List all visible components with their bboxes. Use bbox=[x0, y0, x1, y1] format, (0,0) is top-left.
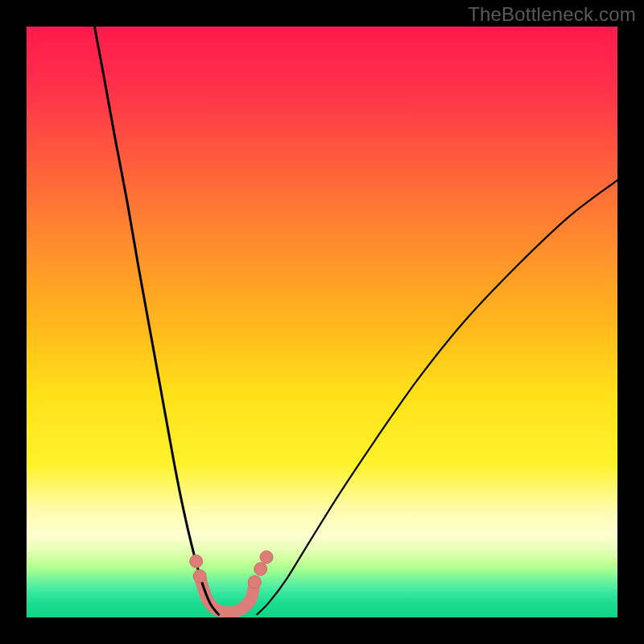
chart-frame: TheBottleneck.com bbox=[0, 0, 644, 644]
marker-dot bbox=[260, 551, 273, 564]
marker-dot bbox=[193, 570, 206, 583]
watermark-text: TheBottleneck.com bbox=[468, 3, 636, 26]
chart-svg bbox=[27, 27, 617, 617]
marker-dot bbox=[190, 555, 203, 568]
marker-dot bbox=[248, 576, 261, 588]
gradient-background bbox=[27, 27, 617, 617]
plot-area bbox=[27, 27, 617, 617]
marker-dot bbox=[254, 563, 267, 576]
